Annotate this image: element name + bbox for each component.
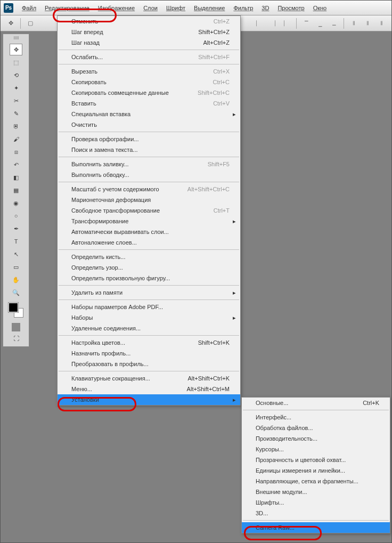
menu-item-label: Прозрачность и цветовой охват...	[256, 457, 346, 463]
submenu-arrow-icon: ▸	[233, 314, 236, 321]
quick-mask-icon[interactable]	[12, 323, 20, 331]
shape-tool-icon[interactable]: ▭	[10, 261, 22, 273]
prefs-menu-item[interactable]: Шрифты...	[242, 497, 390, 508]
menu-filter[interactable]: Фильтр	[229, 3, 257, 13]
menu-edit[interactable]: Редактирование	[40, 3, 94, 13]
submenu-arrow-icon: ▸	[233, 289, 236, 296]
prefs-menu-item[interactable]: Курсоры...	[242, 444, 390, 455]
healing-brush-tool-icon[interactable]: ⛨	[10, 120, 22, 132]
menu-layers[interactable]: Слои	[139, 3, 162, 13]
magic-wand-tool-icon[interactable]: ✦	[10, 82, 22, 94]
prefs-menu-item[interactable]: Направляющие, сетка и фрагменты...	[242, 476, 390, 487]
edit-menu-item[interactable]: Удалить из памяти▸	[58, 287, 240, 298]
eraser-tool-icon[interactable]: ◧	[10, 172, 22, 183]
menu-item-label: Настройка цветов...	[71, 339, 125, 346]
edit-menu-item[interactable]: Наборы▸	[58, 312, 240, 323]
separator	[344, 18, 344, 29]
menu-file[interactable]: Файл	[18, 3, 40, 13]
edit-menu-item[interactable]: Клавиатурные сокращения...Alt+Shift+Ctrl…	[58, 373, 240, 384]
zoom-tool-icon[interactable]: 🔍	[10, 287, 22, 298]
edit-dropdown-menu: ОтменитьCtrl+ZШаг впередShift+Ctrl+ZШаг …	[57, 15, 241, 406]
menu-image[interactable]: Изображение	[94, 3, 139, 13]
edit-menu-item: Определить кисть...	[58, 252, 240, 262]
foreground-color-swatch[interactable]	[9, 303, 18, 312]
menu-item-label: Удалить из памяти	[71, 289, 123, 296]
align-middle-icon[interactable]: ⎯	[314, 18, 326, 29]
edit-menu-item: Масштаб с учетом содержимогоAlt+Shift+Ct…	[58, 184, 240, 194]
menu-window[interactable]: Окно	[309, 3, 331, 13]
hand-tool-icon[interactable]: ✋	[10, 274, 22, 286]
prefs-menu-item[interactable]: 3D...	[242, 508, 390, 518]
menu-shortcut: Shift+F5	[208, 161, 230, 167]
edit-menu-item: Скопировать совмещенные данныеShift+Ctrl…	[58, 87, 240, 98]
edit-menu-item[interactable]: Удаленные соединения...	[58, 323, 240, 334]
menu-item-label: Определить произвольную фигуру...	[71, 275, 170, 281]
menu-type[interactable]: Шрифт	[162, 3, 190, 13]
menu-separator	[243, 520, 389, 521]
menu-item-label: Трансформирование	[71, 218, 128, 224]
menu-item-label: Вставить	[71, 100, 96, 107]
menu-item-label: Преобразовать в профиль...	[71, 361, 149, 367]
path-selection-tool-icon[interactable]: ↖	[10, 248, 22, 260]
tools-panel: ✥ ⬚ ⟲ ✦ ✂ ✎ ⛨ 🖌 ⧇ ↶ ◧ ▦ ◉ ○ ✒ T ↖ ▭ ✋ 🔍 …	[3, 34, 29, 347]
toolbar-btn[interactable]: ▢	[24, 18, 36, 29]
edit-menu-item[interactable]: Меню...Alt+Shift+Ctrl+M	[58, 384, 240, 394]
edit-menu-item[interactable]: Шаг впередShift+Ctrl+Z	[58, 27, 240, 37]
prefs-menu-item[interactable]: Прозрачность и цветовой охват...	[242, 455, 390, 465]
prefs-menu-item[interactable]: Единицы измерения и линейки...	[242, 465, 390, 476]
move-tool-icon[interactable]: ✥	[5, 18, 17, 29]
edit-menu-item[interactable]: Наборы параметров Adobe PDF...	[58, 302, 240, 312]
menu-item-label: Скопировать	[71, 79, 107, 85]
prefs-menu-item[interactable]: Интерфейс...	[242, 412, 390, 423]
edit-menu-item: ВставитьCtrl+V	[58, 98, 240, 109]
prefs-menu-item[interactable]: Обработка файлов...	[242, 423, 390, 433]
prefs-menu-item[interactable]: Camera Raw...	[242, 522, 390, 533]
menu-separator	[59, 371, 239, 371]
prefs-menu-item[interactable]: Основные...Ctrl+K	[242, 398, 390, 408]
crop-tool-icon[interactable]: ✂	[10, 95, 22, 107]
prefs-menu-item[interactable]: Производительность...	[242, 433, 390, 444]
align-right-icon[interactable]: ⎸	[281, 18, 292, 29]
align-center-icon[interactable]: ⎹	[267, 18, 279, 29]
type-tool-icon[interactable]: T	[10, 236, 22, 247]
color-swatches[interactable]	[9, 303, 23, 318]
menu-item-label: Внешние модули...	[256, 489, 307, 495]
eyedropper-tool-icon[interactable]: ✎	[10, 108, 22, 119]
distribute-icon[interactable]: ⫴	[348, 18, 360, 29]
pen-tool-icon[interactable]: ✒	[10, 223, 22, 234]
menu-item-label: Меню...	[71, 386, 92, 392]
menu-shortcut: Alt+Shift+Ctrl+M	[187, 386, 230, 392]
edit-menu-item: Назначить профиль...	[58, 348, 240, 359]
menu-3d[interactable]: 3D	[257, 3, 273, 13]
menu-item-label: Свободное трансформирование	[71, 207, 160, 214]
menu-view[interactable]: Просмотр	[273, 3, 308, 13]
clone-stamp-tool-icon[interactable]: ⧇	[10, 146, 22, 158]
history-brush-tool-icon[interactable]: ↶	[10, 159, 22, 171]
gradient-tool-icon[interactable]: ▦	[10, 184, 22, 196]
dodge-tool-icon[interactable]: ○	[10, 210, 22, 222]
edit-menu-item[interactable]: Настройка цветов...Shift+Ctrl+K	[58, 337, 240, 348]
edit-menu-item[interactable]: Шаг назадAlt+Ctrl+Z	[58, 37, 240, 48]
menu-item-label: Выполнить заливку...	[71, 161, 129, 167]
lasso-tool-icon[interactable]: ⟲	[10, 69, 22, 81]
distribute-icon[interactable]: ⫴	[362, 18, 373, 29]
move-tool-icon[interactable]: ✥	[10, 44, 22, 55]
menu-select[interactable]: Выделение	[190, 3, 229, 13]
menu-item-label: Специальная вставка	[71, 111, 130, 117]
edit-menu-item[interactable]: Установки▸	[58, 394, 240, 405]
distribute-icon[interactable]: ⫴	[375, 18, 387, 29]
menu-shortcut: Shift+Ctrl+K	[198, 339, 230, 346]
align-bottom-icon[interactable]: ⎽	[328, 18, 340, 29]
blur-tool-icon[interactable]: ◉	[10, 197, 22, 209]
menu-item-label: Поиск и замена текста...	[71, 147, 138, 153]
screen-mode-icon[interactable]: ⛶	[10, 333, 22, 344]
menu-item-label: Определить кисть...	[71, 254, 125, 260]
marquee-tool-icon[interactable]: ⬚	[10, 56, 22, 68]
menu-shortcut: Alt+Shift+Ctrl+K	[187, 375, 230, 382]
menu-shortcut: Ctrl+T	[214, 207, 230, 214]
align-top-icon[interactable]: ⎺	[300, 18, 312, 29]
brush-tool-icon[interactable]: 🖌	[10, 133, 22, 145]
align-left-icon[interactable]: ⎸	[253, 18, 265, 29]
panel-grip-icon[interactable]	[5, 36, 27, 40]
prefs-menu-item[interactable]: Внешние модули...	[242, 487, 390, 497]
